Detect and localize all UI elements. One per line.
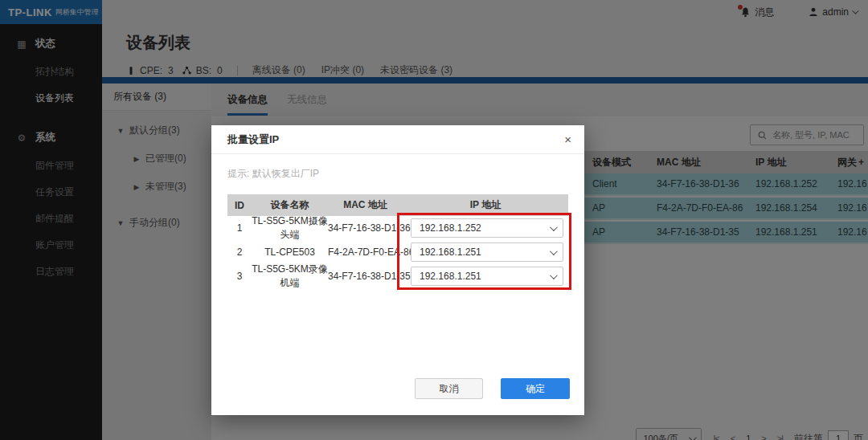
modal-row: 1 TL-S5G-5KM摄像头端 34-F7-16-38-D1-36 192.1… bbox=[227, 216, 568, 240]
ip-select-value: 192.168.1.252 bbox=[420, 222, 481, 234]
batch-set-ip-modal: 批量设置IP × 提示: 默认恢复出厂IP ID 设备名称 MAC 地址 IP … bbox=[211, 125, 584, 415]
ip-select[interactable]: 192.168.1.252 bbox=[411, 218, 563, 238]
modal-tip: 提示: 默认恢复出厂IP bbox=[227, 167, 584, 181]
close-icon[interactable]: × bbox=[564, 133, 571, 145]
col-mac: MAC 地址 bbox=[328, 198, 403, 212]
chevron-down-icon bbox=[550, 247, 558, 255]
ip-select[interactable]: 192.168.1.251 bbox=[411, 242, 563, 262]
ip-select-value: 192.168.1.251 bbox=[420, 246, 481, 258]
modal-row: 2 TL-CPE503 F4-2A-7D-F0-EA-86 192.168.1.… bbox=[227, 240, 568, 264]
chevron-down-icon bbox=[550, 223, 558, 231]
modal-title: 批量设置IP bbox=[227, 132, 279, 147]
cell-mac: F4-2A-7D-F0-EA-86 bbox=[328, 246, 403, 258]
col-device-name: 设备名称 bbox=[252, 198, 328, 212]
cell-device-name: TL-CPE503 bbox=[252, 246, 328, 258]
col-id: ID bbox=[227, 200, 252, 211]
confirm-button[interactable]: 确定 bbox=[501, 378, 570, 399]
cell-mac: 34-F7-16-38-D1-36 bbox=[328, 222, 403, 234]
cell-id: 3 bbox=[227, 271, 252, 282]
ip-select-value: 192.168.1.251 bbox=[420, 271, 481, 282]
cell-device-name: TL-S5G-5KM录像机端 bbox=[252, 263, 328, 290]
cell-id: 1 bbox=[227, 222, 252, 234]
cancel-button[interactable]: 取消 bbox=[415, 378, 483, 399]
cell-device-name: TL-S5G-5KM摄像头端 bbox=[252, 214, 328, 242]
modal-table: ID 设备名称 MAC 地址 IP 地址 1 TL-S5G-5KM摄像头端 34… bbox=[227, 194, 568, 288]
modal-row: 3 TL-S5G-5KM录像机端 34-F7-16-38-D1-35 192.1… bbox=[227, 264, 568, 288]
chevron-down-icon bbox=[550, 271, 558, 279]
ip-select[interactable]: 192.168.1.251 bbox=[411, 267, 563, 286]
col-ip: IP 地址 bbox=[403, 198, 568, 212]
cell-id: 2 bbox=[227, 246, 252, 258]
cell-mac: 34-F7-16-38-D1-35 bbox=[328, 271, 403, 282]
